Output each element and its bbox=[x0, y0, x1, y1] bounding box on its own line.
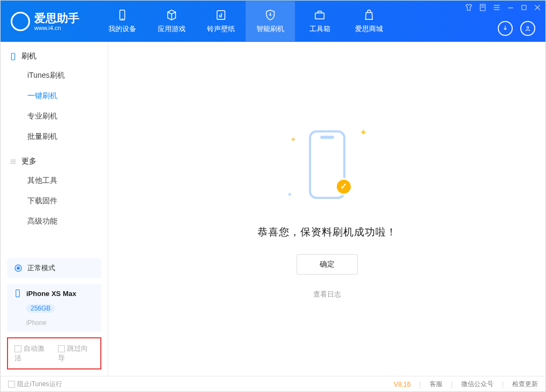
check-update-link[interactable]: 检查更新 bbox=[512, 380, 538, 389]
wechat-link[interactable]: 微信公众号 bbox=[461, 380, 493, 389]
version-label: V8.16 bbox=[394, 381, 410, 388]
svg-rect-4 bbox=[480, 4, 485, 11]
device-name: iPhone XS Max bbox=[26, 290, 76, 298]
toolbox-icon bbox=[313, 9, 326, 21]
sparkle-icon: ✦ bbox=[359, 127, 367, 138]
app-body: 刷机 iTunes刷机 一键刷机 专业刷机 批量刷机 更多 其他工具 下载固件 … bbox=[1, 42, 545, 376]
menu-icon[interactable] bbox=[492, 3, 501, 12]
sidebar-item-onekey-flash[interactable]: 一键刷机 bbox=[1, 86, 108, 106]
sparkle-icon: ✦ bbox=[287, 191, 292, 198]
device-type: iPhone bbox=[26, 319, 95, 327]
music-icon bbox=[215, 9, 227, 21]
check-badge-icon: ✓ bbox=[335, 178, 352, 195]
checkbox-block-itunes[interactable]: 阻止iTunes运行 bbox=[8, 380, 62, 389]
group-title: 更多 bbox=[21, 157, 36, 166]
device-card[interactable]: iPhone XS Max 256GB iPhone bbox=[7, 284, 101, 332]
ok-button[interactable]: 确定 bbox=[297, 254, 358, 275]
tshirt-icon[interactable] bbox=[464, 3, 473, 12]
svg-point-14 bbox=[527, 27, 529, 29]
main-content: ✦ ✦ ✦ ✓ 恭喜您，保资料刷机成功啦！ 确定 查看日志 bbox=[108, 42, 545, 376]
group-header-flash[interactable]: 刷机 bbox=[1, 51, 108, 65]
svg-rect-3 bbox=[315, 13, 324, 19]
cube-icon bbox=[165, 9, 178, 21]
success-illustration: ✦ ✦ ✦ ✓ bbox=[282, 119, 373, 210]
sidebar-item-itunes-flash[interactable]: iTunes刷机 bbox=[1, 65, 108, 86]
shield-icon bbox=[264, 9, 277, 21]
brand-name: 爱思助手 bbox=[34, 11, 79, 25]
close-icon[interactable] bbox=[533, 3, 542, 12]
nav-label: 铃声壁纸 bbox=[207, 24, 235, 34]
device-capacity: 256GB bbox=[26, 304, 55, 313]
bag-icon bbox=[363, 9, 375, 21]
minimize-icon[interactable] bbox=[506, 3, 515, 12]
sidebar-group-more: 更多 其他工具 下载固件 高级功能 bbox=[1, 147, 108, 232]
sidebar-item-download-firmware[interactable]: 下载固件 bbox=[1, 191, 108, 211]
mode-card[interactable]: 正常模式 bbox=[7, 258, 101, 278]
svg-rect-15 bbox=[11, 53, 14, 60]
nav-ringtones-wallpapers[interactable]: 铃声壁纸 bbox=[196, 1, 246, 41]
svg-rect-2 bbox=[217, 11, 225, 20]
svg-rect-11 bbox=[522, 5, 526, 10]
nav-label: 工具箱 bbox=[309, 24, 330, 34]
nav-label: 智能刷机 bbox=[256, 24, 284, 34]
sidebar-bottom: 正常模式 iPhone XS Max 256GB iPhone 自动激活 跳过向… bbox=[1, 253, 108, 376]
device-icon bbox=[9, 53, 17, 61]
window-controls bbox=[464, 3, 542, 12]
logo-area: iU 爱思助手 www.i4.cn bbox=[1, 1, 98, 41]
sidebar-group-flash: 刷机 iTunes刷机 一键刷机 专业刷机 批量刷机 bbox=[1, 42, 108, 147]
header-right-buttons bbox=[498, 21, 535, 36]
sidebar-item-batch-flash[interactable]: 批量刷机 bbox=[1, 127, 108, 147]
nav-label: 应用游戏 bbox=[158, 24, 186, 34]
view-log-link[interactable]: 查看日志 bbox=[313, 290, 341, 299]
group-title: 刷机 bbox=[21, 51, 36, 61]
sidebar-item-other-tools[interactable]: 其他工具 bbox=[1, 171, 108, 191]
service-link[interactable]: 客服 bbox=[430, 380, 442, 389]
svg-rect-21 bbox=[16, 290, 20, 297]
mode-icon bbox=[13, 263, 23, 273]
phone-icon bbox=[116, 9, 129, 21]
nav-label: 爱思商城 bbox=[355, 24, 383, 34]
svg-point-20 bbox=[17, 267, 20, 270]
nav-toolbox[interactable]: 工具箱 bbox=[295, 1, 344, 41]
group-header-more[interactable]: 更多 bbox=[1, 157, 108, 171]
sidebar: 刷机 iTunes刷机 一键刷机 专业刷机 批量刷机 更多 其他工具 下载固件 … bbox=[1, 42, 108, 376]
sidebar-item-pro-flash[interactable]: 专业刷机 bbox=[1, 106, 108, 127]
mode-label: 正常模式 bbox=[27, 263, 55, 273]
list-icon bbox=[9, 158, 17, 166]
app-header: iU 爱思助手 www.i4.cn 我的设备 应用游戏 铃声壁纸 智能刷机 工具… bbox=[1, 1, 545, 42]
user-button[interactable] bbox=[520, 21, 535, 36]
top-nav: 我的设备 应用游戏 铃声壁纸 智能刷机 工具箱 爱思商城 bbox=[98, 1, 394, 41]
download-button[interactable] bbox=[498, 21, 513, 36]
nav-label: 我的设备 bbox=[108, 24, 136, 34]
checkbox-skip-guide[interactable]: 跳过向导 bbox=[58, 344, 94, 363]
nav-store[interactable]: 爱思商城 bbox=[344, 1, 394, 41]
note-icon[interactable] bbox=[478, 3, 487, 12]
checkbox-auto-activate[interactable]: 自动激活 bbox=[14, 344, 50, 363]
options-highlight-box: 自动激活 跳过向导 bbox=[7, 337, 101, 369]
brand-site: www.i4.cn bbox=[34, 25, 79, 31]
status-bar: 阻止iTunes运行 V8.16 | 客服 | 微信公众号 | 检查更新 bbox=[1, 376, 545, 392]
nav-apps-games[interactable]: 应用游戏 bbox=[147, 1, 196, 41]
nav-my-device[interactable]: 我的设备 bbox=[98, 1, 147, 41]
maximize-icon[interactable] bbox=[520, 4, 528, 11]
device-small-icon bbox=[13, 289, 22, 298]
sidebar-item-advanced[interactable]: 高级功能 bbox=[1, 211, 108, 232]
sparkle-icon: ✦ bbox=[290, 135, 297, 144]
logo-icon: iU bbox=[11, 12, 30, 31]
nav-smart-flash[interactable]: 智能刷机 bbox=[246, 1, 295, 41]
svg-rect-0 bbox=[120, 10, 124, 20]
success-message: 恭喜您，保资料刷机成功啦！ bbox=[257, 225, 397, 239]
